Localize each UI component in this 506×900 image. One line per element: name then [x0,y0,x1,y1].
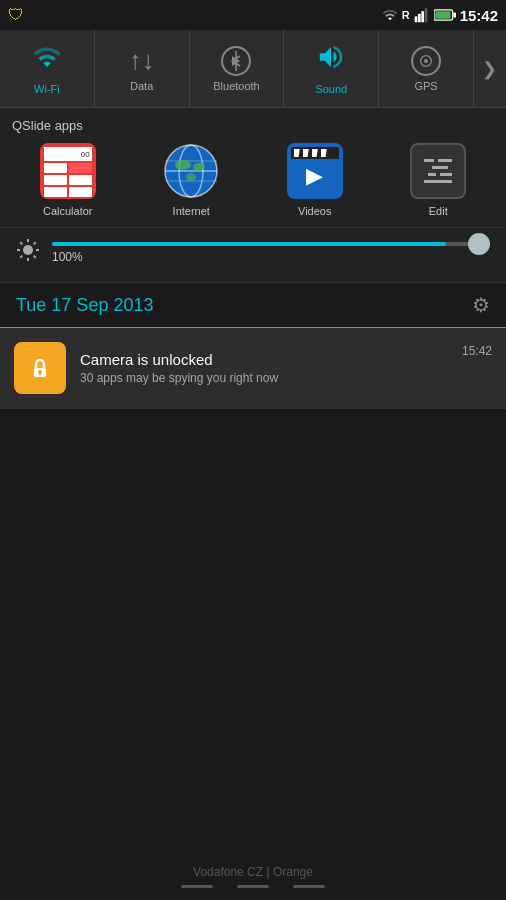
notification-card[interactable]: Camera is unlocked 30 apps may be spying… [0,328,506,409]
svg-rect-3 [424,8,427,22]
notification-title: Camera is unlocked [80,351,448,368]
qslide-section: QSlide apps 00 Calculator [0,108,506,228]
qs-bluetooth[interactable]: Bluetooth [190,30,285,107]
brightness-icon [16,238,40,268]
brightness-section: 100% [0,228,506,283]
svg-line-26 [34,242,36,244]
status-bar: 🛡 R 15:42 [0,0,506,30]
status-bar-right: R 15:42 [382,7,498,24]
notification-app-icon [14,342,66,394]
qs-expand-arrow[interactable]: ❯ [474,30,506,107]
qs-gps[interactable]: GPS [379,30,474,107]
status-bar-left: 🛡 [8,6,24,24]
calculator-label: Calculator [43,205,93,217]
svg-rect-6 [435,11,450,19]
app-videos[interactable]: ▶ Videos [259,143,371,217]
svg-rect-30 [39,372,41,375]
battery-icon [434,8,456,22]
gps-icon [411,46,441,76]
calculator-icon: 00 [40,143,96,199]
bluetooth-icon [221,46,251,76]
videos-label: Videos [298,205,331,217]
date-bar: Tue 17 Sep 2013 ⚙ [0,283,506,328]
date-text: Tue 17 Sep 2013 [16,295,153,316]
qs-sound[interactable]: Sound [284,30,379,107]
svg-point-8 [424,59,428,63]
chevron-right-icon: ❯ [482,58,497,80]
app-edit[interactable]: Edit [383,143,495,217]
qslide-apps: 00 Calculator [12,143,494,217]
svg-rect-2 [421,11,424,22]
gps-label: GPS [414,80,437,92]
network-r-icon: R [402,9,410,21]
sound-label: Sound [315,83,347,95]
carrier-text: Vodafone CZ | Orange [0,855,506,885]
svg-line-25 [34,256,36,258]
bluetooth-label: Bluetooth [213,80,259,92]
qs-data[interactable]: ↑↓ Data [95,30,190,107]
svg-point-18 [186,173,196,181]
quick-settings: Wi-Fi ↑↓ Data Bluetooth Sound [0,30,506,108]
play-icon: ▶ [306,163,323,189]
internet-icon [163,143,219,199]
bottom-area: Vodafone CZ | Orange [0,855,506,900]
svg-point-16 [175,160,191,170]
svg-point-19 [23,245,33,255]
svg-line-27 [20,256,22,258]
app-calculator[interactable]: 00 Calculator [12,143,124,217]
svg-point-17 [193,163,205,171]
clock: 15:42 [460,7,498,24]
sound-icon [316,42,346,79]
internet-label: Internet [173,205,210,217]
signal-icon [414,7,430,23]
settings-button[interactable]: ⚙ [472,293,490,317]
brightness-fill [52,242,446,246]
svg-rect-1 [418,14,421,23]
brightness-slider[interactable]: 100% [52,242,490,264]
wifi-status-icon [382,7,398,23]
svg-rect-5 [453,12,456,17]
wifi-icon [32,42,62,79]
data-label: Data [130,80,153,92]
svg-line-24 [20,242,22,244]
notification-area: Camera is unlocked 30 apps may be spying… [0,328,506,409]
notification-content: Camera is unlocked 30 apps may be spying… [80,351,448,385]
edit-icon [410,143,466,199]
wifi-label: Wi-Fi [34,83,60,95]
videos-icon: ▶ [287,143,343,199]
notification-body: 30 apps may be spying you right now [80,371,448,385]
nav-home[interactable] [237,885,269,888]
edit-lines-icon [420,155,456,187]
svg-rect-0 [414,16,417,22]
data-icon: ↑↓ [129,45,155,76]
navigation-bar [0,885,506,900]
nav-recent[interactable] [293,885,325,888]
shield-icon: 🛡 [8,6,24,24]
qs-wifi[interactable]: Wi-Fi [0,30,95,107]
nav-back[interactable] [181,885,213,888]
brightness-track [52,242,490,246]
brightness-thumb[interactable] [468,233,490,255]
edit-label: Edit [429,205,448,217]
qslide-title: QSlide apps [12,118,494,133]
brightness-value: 100% [52,250,490,264]
notification-time: 15:42 [462,344,492,358]
clapboard-icon [291,147,339,159]
app-internet[interactable]: Internet [136,143,248,217]
